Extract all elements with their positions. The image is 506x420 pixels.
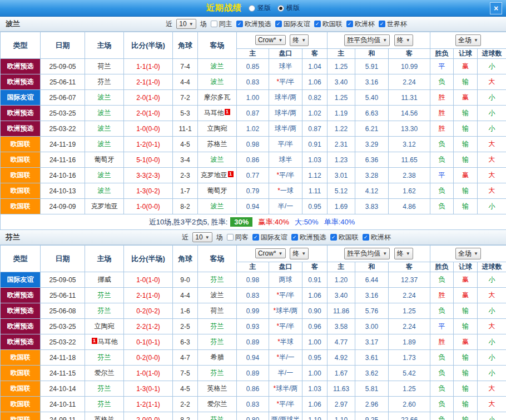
corner-cell: 4-7 bbox=[173, 350, 198, 366]
radio-icon[interactable] bbox=[277, 5, 284, 12]
handicap-cell: 两球 bbox=[269, 272, 302, 288]
score-cell: 1-0(1-0) bbox=[124, 366, 173, 381]
date-cell: 25-06-11 bbox=[41, 74, 85, 90]
avg-home-cell: 3.01 bbox=[328, 168, 355, 183]
away-team-cell: 荷兰 bbox=[198, 303, 237, 319]
home-team-cell: 波兰 bbox=[85, 106, 124, 121]
same-venue-filter[interactable]: 同主 bbox=[211, 19, 232, 29]
team-section-finland: 芬兰 近 10 ▼ 场 同客 国际友谊欧洲预选欧国联欧洲杯 类型 日期 bbox=[0, 230, 506, 420]
checkbox-icon[interactable] bbox=[211, 21, 217, 27]
away-odds-cell: 1.03 bbox=[302, 381, 328, 397]
avg-odds-select[interactable]: 胜平负均值▼ bbox=[344, 34, 390, 46]
layout-radio-horizontal[interactable]: 横版 bbox=[277, 3, 300, 13]
team-label: 马耳他 bbox=[98, 338, 118, 346]
handicap-result-cell: 输 bbox=[454, 183, 478, 199]
match-scope-select[interactable]: 全场▼ bbox=[455, 248, 481, 259]
avg-odds-select[interactable]: 胜平负均值▼ bbox=[344, 248, 390, 259]
odds-company-select[interactable]: Crow*▼ bbox=[255, 248, 286, 258]
checkbox-icon[interactable] bbox=[363, 234, 369, 241]
score-cell: 3-3(2-3) bbox=[124, 168, 173, 183]
recent-count-select[interactable]: 10 ▼ bbox=[176, 19, 196, 29]
score-cell: 2-0(1-0) bbox=[124, 106, 173, 121]
date-cell: 25-09-05 bbox=[41, 272, 85, 288]
competition-filter-label: 国际友谊 bbox=[284, 19, 310, 29]
score-cell: 2-0(1-0) bbox=[124, 90, 173, 106]
results-table: 类型 日期 主场 比分(半场) 角球 客场 Crow*▼ 终▼ 胜平负均值▼ 终… bbox=[0, 32, 506, 230]
home-team-cell: 波兰 bbox=[85, 121, 124, 137]
match-scope-value: 全场 bbox=[458, 249, 472, 258]
same-venue-filter[interactable]: 同客 bbox=[227, 233, 249, 242]
radio-icon[interactable] bbox=[249, 5, 255, 12]
match-row: 欧国联 24-09-09 克罗地亚 1-0(0-0) 8-2 波兰 0.94 半… bbox=[1, 199, 506, 214]
score-cell: 1-2(1-1) bbox=[124, 397, 173, 412]
team-label: 爱尔兰 bbox=[207, 400, 227, 408]
corner-cell: 5-3 bbox=[173, 106, 198, 121]
score-cell: 2-1(1-0) bbox=[124, 288, 173, 303]
checkbox-icon[interactable] bbox=[291, 234, 298, 241]
date-cell: 25-06-07 bbox=[41, 90, 85, 106]
checkbox-icon[interactable] bbox=[236, 21, 243, 27]
goals-cell: 大 bbox=[478, 319, 506, 334]
match-row: 欧洲预选 25-03-25 立陶宛 2-2(1-2) 2-5 芬兰 0.93 *… bbox=[1, 319, 506, 334]
result-cell: 胜 bbox=[430, 90, 454, 106]
summary-row: 近10场,胜3平2负5, 胜率:30%赢率:40%大:50%单率:40% bbox=[1, 214, 506, 230]
layout-radio-vertical[interactable]: 竖版 bbox=[249, 3, 271, 13]
avg-final-select[interactable]: 终▼ bbox=[394, 34, 413, 46]
odds-company-value: Crow* bbox=[258, 36, 276, 44]
handicap-result-cell: 赢 bbox=[454, 334, 478, 350]
result-cell: 平 bbox=[430, 319, 454, 334]
avg-away-cell: 11.31 bbox=[389, 90, 430, 106]
avg-home-cell: 4.92 bbox=[328, 350, 355, 366]
team-label: 波兰 bbox=[211, 202, 224, 210]
avg-away-cell: 22.66 bbox=[389, 412, 430, 420]
handicap-result-cell: 输 bbox=[454, 412, 478, 420]
competition-filter[interactable]: 欧洲预选 bbox=[236, 19, 271, 29]
handicap-cell: 球半/两 bbox=[269, 90, 302, 106]
home-team-cell: 芬兰 bbox=[85, 397, 124, 412]
home-odds-cell: 0.77 bbox=[237, 168, 269, 183]
odds-company-select[interactable]: Crow*▼ bbox=[255, 35, 286, 45]
team-label: 挪威 bbox=[98, 276, 111, 283]
competition-filter[interactable]: 国际友谊 bbox=[252, 233, 287, 242]
result-cell: 负 bbox=[430, 199, 454, 214]
checkbox-icon[interactable] bbox=[330, 234, 337, 241]
result-cell: 负 bbox=[430, 183, 454, 199]
competition-filter[interactable]: 世界杯 bbox=[379, 19, 407, 29]
checkbox-icon[interactable] bbox=[346, 21, 353, 27]
avg-final-select[interactable]: 终▼ bbox=[394, 248, 413, 259]
team-label: 波兰 bbox=[98, 109, 111, 117]
competition-filter[interactable]: 欧国联 bbox=[314, 19, 343, 29]
date-cell: 24-11-19 bbox=[41, 137, 85, 152]
checkbox-icon[interactable] bbox=[379, 21, 385, 27]
checkbox-icon[interactable] bbox=[252, 234, 259, 241]
close-button[interactable]: × bbox=[490, 2, 502, 14]
competition-filter[interactable]: 国际友谊 bbox=[275, 19, 310, 29]
checkbox-icon[interactable] bbox=[314, 21, 321, 27]
team-name: 芬兰 bbox=[6, 232, 72, 242]
score-cell: 0-2(0-0) bbox=[124, 350, 173, 366]
away-odds-cell: 0.82 bbox=[302, 90, 328, 106]
checkbox-icon[interactable] bbox=[227, 234, 234, 241]
competition-filter[interactable]: 欧国联 bbox=[330, 233, 359, 242]
team-label: 芬兰 bbox=[211, 338, 224, 346]
corner-cell: 4-4 bbox=[173, 74, 198, 90]
home-team-cell: 芬兰 bbox=[85, 381, 124, 397]
competition-filter-label: 欧洲预选 bbox=[245, 19, 271, 29]
summary-stat: 赢率:40% bbox=[258, 218, 289, 226]
competition-filter[interactable]: 欧洲杯 bbox=[363, 233, 391, 242]
odds-final-select[interactable]: 终▼ bbox=[290, 34, 309, 46]
recent-count-select[interactable]: 10 ▼ bbox=[192, 232, 212, 242]
match-scope-select[interactable]: 全场▼ bbox=[455, 34, 481, 46]
checkbox-icon[interactable] bbox=[275, 21, 282, 27]
odds-final-select[interactable]: 终▼ bbox=[290, 248, 309, 259]
score-cell: 1-0(0-0) bbox=[124, 199, 173, 214]
avg-draw-cell: 5.40 bbox=[355, 90, 389, 106]
handicap-change-star: * bbox=[276, 322, 279, 330]
away-odds-cell: 0.87 bbox=[302, 121, 328, 137]
handicap-result-cell: 赢 bbox=[454, 90, 478, 106]
competition-filter[interactable]: 欧洲预选 bbox=[291, 233, 326, 242]
goals-cell: 小 bbox=[478, 121, 506, 137]
competition-filter[interactable]: 欧洲杯 bbox=[346, 19, 375, 29]
games-label: 场 bbox=[216, 233, 223, 242]
avg-draw-cell: 3.17 bbox=[355, 334, 389, 350]
